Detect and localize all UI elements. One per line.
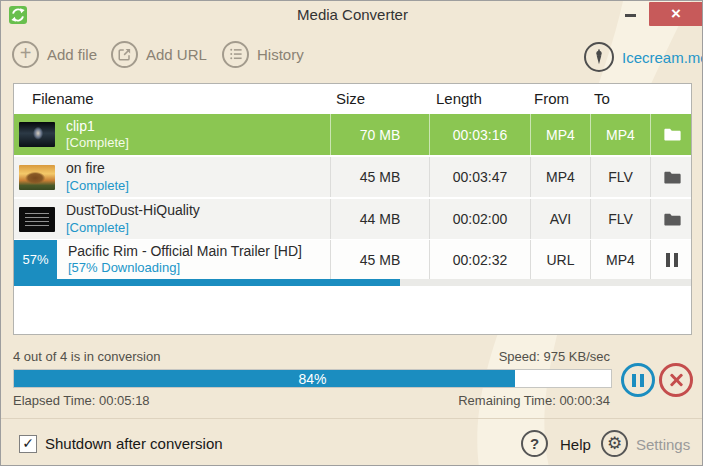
conversion-count-text: 4 out of 4 is in conversion [13, 349, 160, 364]
file-size: 45 MB [330, 240, 429, 279]
brand-label: Icecream.me [622, 49, 703, 66]
column-header-filename: Filename [32, 84, 94, 114]
settings-label[interactable]: Settings [636, 436, 690, 453]
window-title: Media Converter [1, 1, 703, 29]
table-row[interactable]: on fire [Complete] 45 MB 00:03:47 MP4 FL… [14, 157, 691, 197]
file-to: MP4 [590, 240, 650, 279]
file-from: AVI [530, 199, 590, 239]
file-from: MP4 [530, 114, 590, 155]
brand-link[interactable]: Icecream.me [584, 29, 703, 85]
file-name: clip1 [66, 118, 129, 136]
close-button[interactable]: × [649, 2, 703, 26]
add-url-label: Add URL [146, 46, 207, 63]
history-label: History [257, 46, 304, 63]
file-name: on fire [66, 160, 129, 178]
file-status: [Complete] [66, 135, 129, 151]
column-header-from: From [534, 84, 569, 114]
help-button[interactable]: ? [521, 430, 548, 457]
file-size: 70 MB [330, 114, 429, 155]
pause-icon [632, 374, 636, 387]
minimize-button[interactable] [616, 1, 644, 27]
video-thumbnail [19, 122, 55, 147]
remaining-time-text: Remaining Time: 00:00:34 [458, 393, 610, 408]
column-header-to: To [594, 84, 610, 114]
shutdown-checkbox[interactable]: ✓ [19, 435, 37, 453]
file-name: DustToDust-HiQuality [66, 202, 200, 220]
file-length: 00:03:16 [429, 114, 530, 155]
pause-icon [666, 253, 678, 267]
open-folder-button[interactable] [650, 157, 693, 197]
overall-progress-label: 84% [14, 370, 611, 387]
file-table: Filename Size Length From To clip1 [Comp… [13, 83, 692, 335]
toolbar: + Add file Add URL [1, 29, 703, 79]
pause-all-button[interactable] [621, 363, 655, 397]
column-header-size: Size [336, 84, 365, 114]
file-length: 00:03:47 [429, 157, 530, 197]
add-url-button[interactable]: Add URL [111, 29, 207, 79]
file-to: FLV [590, 199, 650, 239]
plus-icon: + [12, 41, 39, 68]
file-status: [Complete] [66, 178, 129, 194]
overall-progressbar: 84% [13, 369, 612, 388]
shutdown-label: Shutdown after conversion [45, 435, 223, 453]
file-to: MP4 [590, 114, 650, 155]
question-mark-icon: ? [530, 435, 539, 452]
video-thumbnail [19, 207, 55, 232]
table-row[interactable]: 57% Pacific Rim - Official Main Trailer … [14, 240, 691, 286]
history-button[interactable]: History [222, 29, 304, 79]
row-progress-fill [14, 279, 400, 286]
folder-icon [664, 171, 681, 184]
file-status: [57% Downloading] [68, 260, 302, 276]
speed-text: Speed: 975 KB/sec [499, 349, 610, 364]
pause-row-button[interactable] [650, 240, 693, 279]
file-size: 44 MB [330, 199, 429, 239]
download-percent-badge: 57% [14, 240, 57, 279]
table-header: Filename Size Length From To [14, 84, 691, 114]
export-arrow-icon [111, 41, 138, 68]
help-label[interactable]: Help [560, 436, 591, 453]
list-icon [222, 41, 249, 68]
file-name: Pacific Rim - Official Main Trailer [HD] [68, 243, 302, 261]
settings-button[interactable]: ⚙ [601, 430, 628, 457]
add-file-label: Add file [47, 46, 97, 63]
table-row[interactable]: DustToDust-HiQuality [Complete] 44 MB 00… [14, 199, 691, 239]
open-folder-button[interactable] [650, 114, 693, 155]
folder-icon [664, 128, 681, 141]
title-bar: Media Converter × [1, 1, 703, 29]
gear-icon: ⚙ [607, 433, 622, 454]
cancel-x-icon [668, 372, 684, 388]
footer-bar: ✓ Shutdown after conversion ? Help ⚙ Set… [1, 418, 703, 466]
app-window: Media Converter × + Add file Add URL [0, 0, 703, 466]
file-status: [Complete] [66, 220, 200, 236]
file-size: 45 MB [330, 157, 429, 197]
icecream-cone-icon [584, 42, 614, 72]
open-folder-button[interactable] [650, 199, 693, 239]
file-from: URL [530, 240, 590, 279]
file-length: 00:02:00 [429, 199, 530, 239]
column-header-length: Length [436, 84, 482, 114]
row-download-progressbar [14, 279, 691, 286]
table-row[interactable]: clip1 [Complete] 70 MB 00:03:16 MP4 MP4 [14, 114, 691, 155]
checkmark-icon: ✓ [22, 435, 34, 451]
elapsed-time-text: Elapsed Time: 00:05:18 [13, 393, 150, 408]
file-to: FLV [590, 157, 650, 197]
video-thumbnail [19, 165, 55, 190]
add-file-button[interactable]: + Add file [12, 29, 97, 79]
file-from: MP4 [530, 157, 590, 197]
cancel-all-button[interactable] [659, 363, 693, 397]
minimize-icon [625, 14, 636, 17]
file-length: 00:02:32 [429, 240, 530, 279]
folder-icon [664, 213, 681, 226]
